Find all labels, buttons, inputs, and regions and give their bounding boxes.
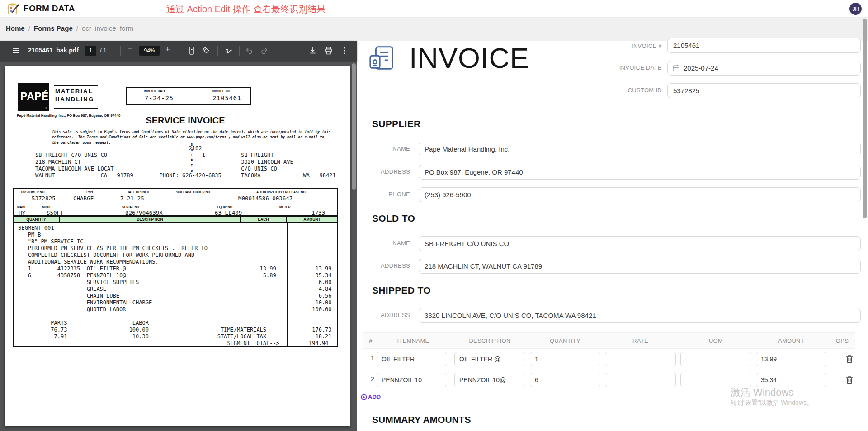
itemname-input[interactable] (377, 373, 447, 387)
supplier-address-label: ADDRESS (381, 168, 410, 175)
logo-handling: HANDLING (55, 96, 94, 103)
delete-row-icon[interactable] (845, 355, 854, 364)
rate-input[interactable] (605, 373, 676, 387)
shipped-to-address-input[interactable] (419, 308, 861, 323)
zoom-out-button[interactable]: − (128, 45, 132, 54)
pdf-address-block: 2102 SB FREIGHT C/O UNIS CO 1 SB FREIGHT… (35, 145, 336, 179)
print-icon[interactable] (324, 46, 333, 55)
delete-row-icon[interactable] (845, 375, 854, 384)
pdf-invoice-meta-box: INVOICE DATE 7-24-25 INVOICE NO. 2105461 (126, 87, 251, 105)
supplier-name-input[interactable] (419, 142, 861, 156)
header-notice-text: 通过 Action Edit 操作 查看最终识别结果 (166, 3, 326, 15)
supplier-phone-input[interactable] (419, 187, 861, 202)
logo-rule-top (54, 85, 98, 86)
redo-icon[interactable] (260, 46, 269, 55)
breadcrumb-separator: / (76, 24, 78, 32)
date-opened-label: DATE OPENED (127, 190, 149, 194)
quantity-input[interactable] (530, 352, 600, 366)
col-header-index: # (365, 333, 376, 349)
custom-id-label: CUSTOM ID (628, 87, 662, 94)
undo-icon[interactable] (245, 46, 254, 55)
amount-input[interactable] (756, 373, 826, 387)
pdf-viewer: 2105461_bak.pdf 1 / 1 − 94% + (0, 41, 357, 431)
type-value: CHARGE (73, 195, 94, 202)
breadcrumb-current: ocr_invoice_form (82, 24, 133, 32)
authorized-by-label: AUTHORIZED BY / RELEASE NO. (256, 190, 307, 194)
breadcrumb-strip: Home/Forms Page/ocr_invoice_form (0, 18, 868, 41)
supplier-heading: SUPPLIER (372, 118, 420, 129)
quantity-input[interactable] (530, 373, 600, 387)
zoom-level-label: 94% (139, 46, 160, 56)
toolbar-divider (239, 46, 240, 56)
zoom-in-button[interactable]: + (165, 45, 170, 54)
invoice-date-label: INVOICE DATE (619, 64, 662, 71)
page-number-input[interactable]: 1 (85, 46, 96, 56)
plus-circle-icon (361, 394, 367, 400)
col-header-rate: RATE (605, 333, 676, 349)
invoice-icon (368, 44, 396, 72)
uom-input[interactable] (680, 352, 751, 366)
form-data-logo-icon (7, 3, 19, 15)
pdf-company-line: Papé Material Handling, Inc., PO Box 987… (17, 114, 120, 118)
serial-no-label: SERIAL NO. (122, 205, 140, 208)
col-header-amount: AMOUNT (756, 333, 826, 349)
page-count-label: / 1 (100, 47, 106, 54)
windows-watermark-line1: 激活 Windows (731, 386, 793, 399)
row-index: 2 (371, 375, 374, 383)
rate-input[interactable] (605, 352, 676, 366)
pape-logo: PAPÉ ® (18, 83, 49, 111)
invoice-number-input[interactable] (667, 38, 861, 53)
shipped-to-address-label: ADDRESS (381, 312, 410, 318)
item-row-1: 1 (363, 349, 855, 369)
sold-to-heading: SOLD TO (372, 213, 415, 224)
pdf-scrollbar-thumb[interactable] (352, 63, 356, 190)
toolbar-divider (120, 46, 121, 56)
pdf-invoice-no-value: 2105461 (212, 95, 241, 102)
pdf-doc-title: SERVICE INVOICE (140, 115, 231, 126)
invoice-date-value: 2025-07-24 (684, 64, 718, 72)
authorized-by-value: M00014586-003647 (238, 195, 292, 202)
pdf-line-items-text: SEGMENT 001 PM B "B" PM SERVICE IC. PERF… (18, 225, 332, 347)
add-row-label: ADD (368, 393, 381, 400)
logo-material: MATERIAL (55, 88, 93, 95)
custom-id-input[interactable] (667, 83, 861, 98)
date-opened-value: 7-21-25 (120, 195, 144, 202)
serial-no-value: B267V04639X (125, 209, 163, 216)
supplier-phone-label: PHONE (388, 191, 410, 198)
customer-no-value: 5372825 (32, 195, 56, 202)
description-col-header: DESCRIPTION (60, 217, 241, 222)
itemname-input[interactable] (377, 352, 447, 366)
download-icon[interactable] (308, 46, 317, 55)
pdf-toolbar: 2105461_bak.pdf 1 / 1 − 94% + (0, 41, 357, 61)
amount-input[interactable] (756, 352, 826, 366)
invoice-date-input[interactable]: 2025-07-24 (667, 61, 861, 76)
col-header-uom: UOM (680, 333, 751, 349)
supplier-address-input[interactable] (419, 165, 861, 180)
fit-to-page-icon[interactable] (187, 46, 196, 55)
model-value: S50FT (47, 209, 64, 216)
user-avatar[interactable]: JH (849, 3, 862, 15)
menu-icon[interactable] (12, 46, 21, 55)
app-window: FORM DATA 通过 Action Edit 操作 查看最终识别结果 JH … (0, 0, 868, 431)
sold-to-name-input[interactable] (419, 236, 861, 251)
breadcrumb-home[interactable]: Home (6, 24, 25, 32)
window-scrollbar-thumb[interactable] (863, 19, 867, 218)
annotate-pen-icon[interactable] (224, 46, 233, 55)
equip-no-value: 63-EL409 (215, 209, 242, 216)
description-input[interactable] (454, 373, 525, 387)
pdf-invoice-no-label: INVOICE NO. (212, 90, 231, 93)
breadcrumb-forms-page[interactable]: Forms Page (34, 24, 73, 32)
pdf-customer-table: CUSTOMER NO. TYPE DATE OPENED PURCHASE O… (13, 188, 338, 216)
description-input[interactable] (454, 352, 525, 366)
items-table-header: # ITEMNAME DESCRIPTION QUANTITY RATE UOM… (363, 332, 855, 349)
calendar-icon (672, 64, 680, 72)
sold-to-address-label: ADDRESS (381, 262, 410, 269)
more-options-icon[interactable] (340, 46, 349, 55)
rotate-icon[interactable] (202, 46, 211, 55)
form-title: INVOICE (409, 42, 529, 74)
pdf-filename: 2105461_bak.pdf (28, 47, 79, 54)
uom-input[interactable] (680, 373, 751, 387)
pape-logo-reg: ® (46, 107, 47, 109)
add-row-button[interactable]: ADD (361, 393, 381, 400)
sold-to-address-input[interactable] (419, 259, 861, 274)
